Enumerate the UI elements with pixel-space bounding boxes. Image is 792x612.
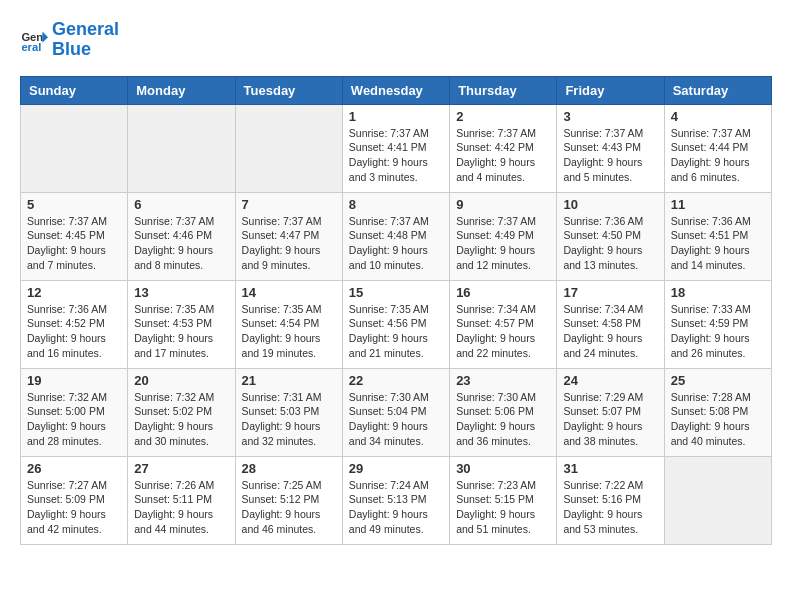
day-cell: 27Sunrise: 7:26 AMSunset: 5:11 PMDayligh…: [128, 456, 235, 544]
day-number: 30: [456, 461, 550, 476]
day-info: Sunrise: 7:33 AMSunset: 4:59 PMDaylight:…: [671, 302, 765, 361]
weekday-header-saturday: Saturday: [664, 76, 771, 104]
week-row-3: 12Sunrise: 7:36 AMSunset: 4:52 PMDayligh…: [21, 280, 772, 368]
day-cell: 26Sunrise: 7:27 AMSunset: 5:09 PMDayligh…: [21, 456, 128, 544]
weekday-header-thursday: Thursday: [450, 76, 557, 104]
day-info: Sunrise: 7:37 AMSunset: 4:45 PMDaylight:…: [27, 214, 121, 273]
day-cell: 11Sunrise: 7:36 AMSunset: 4:51 PMDayligh…: [664, 192, 771, 280]
svg-text:eral: eral: [21, 41, 41, 53]
day-number: 1: [349, 109, 443, 124]
day-info: Sunrise: 7:24 AMSunset: 5:13 PMDaylight:…: [349, 478, 443, 537]
day-cell: 10Sunrise: 7:36 AMSunset: 4:50 PMDayligh…: [557, 192, 664, 280]
day-cell: 2Sunrise: 7:37 AMSunset: 4:42 PMDaylight…: [450, 104, 557, 192]
day-info: Sunrise: 7:34 AMSunset: 4:57 PMDaylight:…: [456, 302, 550, 361]
day-number: 10: [563, 197, 657, 212]
day-cell: [128, 104, 235, 192]
day-info: Sunrise: 7:35 AMSunset: 4:56 PMDaylight:…: [349, 302, 443, 361]
week-row-1: 1Sunrise: 7:37 AMSunset: 4:41 PMDaylight…: [21, 104, 772, 192]
day-info: Sunrise: 7:30 AMSunset: 5:06 PMDaylight:…: [456, 390, 550, 449]
day-info: Sunrise: 7:32 AMSunset: 5:02 PMDaylight:…: [134, 390, 228, 449]
day-number: 17: [563, 285, 657, 300]
day-info: Sunrise: 7:36 AMSunset: 4:51 PMDaylight:…: [671, 214, 765, 273]
page-header: Gen eral GeneralBlue: [20, 20, 772, 60]
day-info: Sunrise: 7:37 AMSunset: 4:43 PMDaylight:…: [563, 126, 657, 185]
day-info: Sunrise: 7:26 AMSunset: 5:11 PMDaylight:…: [134, 478, 228, 537]
week-row-2: 5Sunrise: 7:37 AMSunset: 4:45 PMDaylight…: [21, 192, 772, 280]
day-info: Sunrise: 7:30 AMSunset: 5:04 PMDaylight:…: [349, 390, 443, 449]
day-number: 8: [349, 197, 443, 212]
day-cell: 7Sunrise: 7:37 AMSunset: 4:47 PMDaylight…: [235, 192, 342, 280]
day-info: Sunrise: 7:36 AMSunset: 4:52 PMDaylight:…: [27, 302, 121, 361]
day-info: Sunrise: 7:37 AMSunset: 4:41 PMDaylight:…: [349, 126, 443, 185]
weekday-header-sunday: Sunday: [21, 76, 128, 104]
day-cell: 24Sunrise: 7:29 AMSunset: 5:07 PMDayligh…: [557, 368, 664, 456]
day-info: Sunrise: 7:37 AMSunset: 4:46 PMDaylight:…: [134, 214, 228, 273]
weekday-header-wednesday: Wednesday: [342, 76, 449, 104]
day-info: Sunrise: 7:37 AMSunset: 4:42 PMDaylight:…: [456, 126, 550, 185]
svg-marker-2: [42, 31, 48, 42]
day-cell: 20Sunrise: 7:32 AMSunset: 5:02 PMDayligh…: [128, 368, 235, 456]
day-info: Sunrise: 7:25 AMSunset: 5:12 PMDaylight:…: [242, 478, 336, 537]
day-number: 28: [242, 461, 336, 476]
day-number: 22: [349, 373, 443, 388]
day-number: 19: [27, 373, 121, 388]
day-cell: 3Sunrise: 7:37 AMSunset: 4:43 PMDaylight…: [557, 104, 664, 192]
day-cell: 16Sunrise: 7:34 AMSunset: 4:57 PMDayligh…: [450, 280, 557, 368]
weekday-header-monday: Monday: [128, 76, 235, 104]
day-cell: 25Sunrise: 7:28 AMSunset: 5:08 PMDayligh…: [664, 368, 771, 456]
day-cell: 8Sunrise: 7:37 AMSunset: 4:48 PMDaylight…: [342, 192, 449, 280]
day-number: 15: [349, 285, 443, 300]
calendar-table: SundayMondayTuesdayWednesdayThursdayFrid…: [20, 76, 772, 545]
day-info: Sunrise: 7:37 AMSunset: 4:48 PMDaylight:…: [349, 214, 443, 273]
weekday-header-tuesday: Tuesday: [235, 76, 342, 104]
day-info: Sunrise: 7:36 AMSunset: 4:50 PMDaylight:…: [563, 214, 657, 273]
day-cell: 29Sunrise: 7:24 AMSunset: 5:13 PMDayligh…: [342, 456, 449, 544]
day-number: 5: [27, 197, 121, 212]
day-cell: 23Sunrise: 7:30 AMSunset: 5:06 PMDayligh…: [450, 368, 557, 456]
day-number: 24: [563, 373, 657, 388]
day-info: Sunrise: 7:35 AMSunset: 4:54 PMDaylight:…: [242, 302, 336, 361]
day-cell: 17Sunrise: 7:34 AMSunset: 4:58 PMDayligh…: [557, 280, 664, 368]
day-cell: 21Sunrise: 7:31 AMSunset: 5:03 PMDayligh…: [235, 368, 342, 456]
day-info: Sunrise: 7:32 AMSunset: 5:00 PMDaylight:…: [27, 390, 121, 449]
day-cell: [235, 104, 342, 192]
day-number: 18: [671, 285, 765, 300]
logo: Gen eral GeneralBlue: [20, 20, 119, 60]
day-cell: 28Sunrise: 7:25 AMSunset: 5:12 PMDayligh…: [235, 456, 342, 544]
day-info: Sunrise: 7:34 AMSunset: 4:58 PMDaylight:…: [563, 302, 657, 361]
day-cell: 12Sunrise: 7:36 AMSunset: 4:52 PMDayligh…: [21, 280, 128, 368]
day-number: 3: [563, 109, 657, 124]
day-info: Sunrise: 7:37 AMSunset: 4:49 PMDaylight:…: [456, 214, 550, 273]
day-number: 23: [456, 373, 550, 388]
day-number: 25: [671, 373, 765, 388]
day-info: Sunrise: 7:35 AMSunset: 4:53 PMDaylight:…: [134, 302, 228, 361]
day-cell: 15Sunrise: 7:35 AMSunset: 4:56 PMDayligh…: [342, 280, 449, 368]
day-info: Sunrise: 7:37 AMSunset: 4:44 PMDaylight:…: [671, 126, 765, 185]
day-number: 16: [456, 285, 550, 300]
week-row-4: 19Sunrise: 7:32 AMSunset: 5:00 PMDayligh…: [21, 368, 772, 456]
day-info: Sunrise: 7:23 AMSunset: 5:15 PMDaylight:…: [456, 478, 550, 537]
day-cell: 19Sunrise: 7:32 AMSunset: 5:00 PMDayligh…: [21, 368, 128, 456]
logo-name: GeneralBlue: [52, 20, 119, 60]
day-cell: [664, 456, 771, 544]
day-cell: 30Sunrise: 7:23 AMSunset: 5:15 PMDayligh…: [450, 456, 557, 544]
day-number: 27: [134, 461, 228, 476]
day-cell: 14Sunrise: 7:35 AMSunset: 4:54 PMDayligh…: [235, 280, 342, 368]
day-number: 20: [134, 373, 228, 388]
day-number: 11: [671, 197, 765, 212]
day-number: 2: [456, 109, 550, 124]
day-number: 6: [134, 197, 228, 212]
day-cell: 18Sunrise: 7:33 AMSunset: 4:59 PMDayligh…: [664, 280, 771, 368]
logo-icon: Gen eral: [20, 26, 48, 54]
weekday-header-friday: Friday: [557, 76, 664, 104]
weekday-header-row: SundayMondayTuesdayWednesdayThursdayFrid…: [21, 76, 772, 104]
day-number: 12: [27, 285, 121, 300]
day-cell: 4Sunrise: 7:37 AMSunset: 4:44 PMDaylight…: [664, 104, 771, 192]
day-cell: 31Sunrise: 7:22 AMSunset: 5:16 PMDayligh…: [557, 456, 664, 544]
day-info: Sunrise: 7:28 AMSunset: 5:08 PMDaylight:…: [671, 390, 765, 449]
day-number: 29: [349, 461, 443, 476]
day-number: 7: [242, 197, 336, 212]
day-number: 31: [563, 461, 657, 476]
day-info: Sunrise: 7:31 AMSunset: 5:03 PMDaylight:…: [242, 390, 336, 449]
day-cell: 13Sunrise: 7:35 AMSunset: 4:53 PMDayligh…: [128, 280, 235, 368]
